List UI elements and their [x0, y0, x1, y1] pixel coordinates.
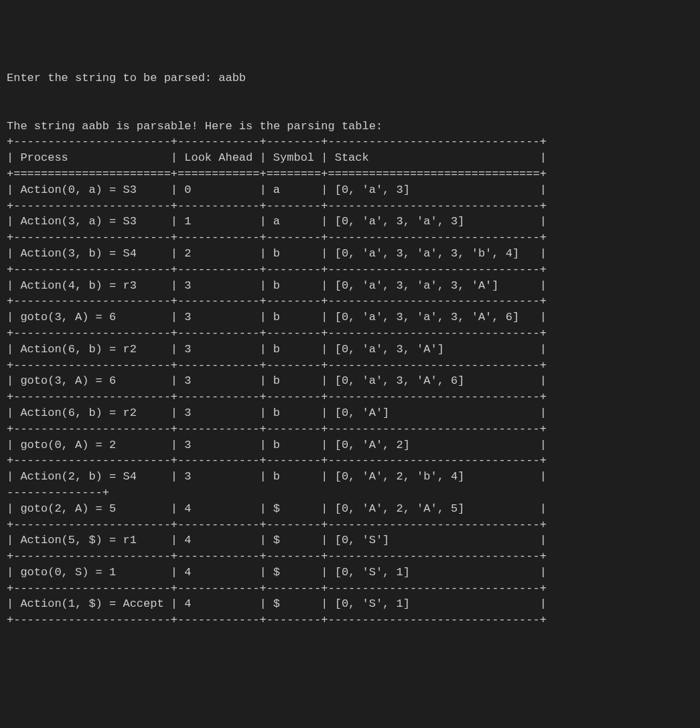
result-suffix: parsable! Here is the parsing table: [137, 120, 382, 133]
parsing-table: +-----------------------+------------+--… [7, 135, 547, 626]
input-value[interactable]: aabb [218, 72, 246, 84]
prompt-label: Enter the string to be parsed: [7, 72, 218, 84]
result-prefix: The string [7, 120, 82, 133]
result-string: aabb [82, 120, 109, 133]
terminal-output: Enter the string to be parsed: aabb The … [7, 70, 693, 628]
result-mid: is [109, 120, 130, 133]
